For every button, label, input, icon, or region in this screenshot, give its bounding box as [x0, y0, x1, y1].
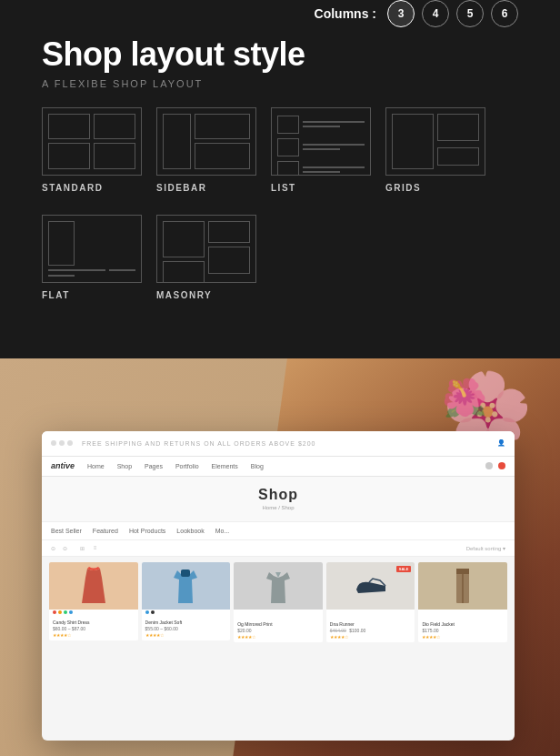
product-image — [142, 562, 231, 610]
thumb-cell — [163, 114, 191, 169]
list-line — [303, 166, 365, 168]
thumb-cell — [48, 269, 105, 271]
list-line — [303, 121, 365, 123]
browser-dots — [51, 440, 73, 446]
column-5-button[interactable]: 5 — [456, 0, 484, 27]
list-lines — [303, 166, 365, 173]
mockup-browser-bar: FREE SHIPPING AND RETURNS ON ALL ORDERS … — [42, 431, 515, 457]
thumb-cell — [437, 114, 479, 141]
product-info: Denim Jacket Soft $55.00 – $60.00 ★★★★☆ — [142, 617, 231, 641]
list-line — [303, 171, 340, 173]
filter-grid-icon[interactable]: ⊞ — [80, 545, 85, 551]
product-color-dots — [49, 610, 138, 617]
mockup-user-icon: 👤 — [497, 439, 505, 447]
layout-grids[interactable]: GRIDS — [385, 107, 485, 193]
product-image — [234, 562, 323, 610]
search-icon[interactable] — [485, 462, 493, 469]
page-title: Shop layout style — [42, 36, 305, 73]
sort-dropdown[interactable]: Default sorting ▾ — [466, 545, 505, 551]
color-swatch[interactable] — [69, 610, 73, 614]
thumb-cell — [48, 143, 90, 169]
store-notice-bar: FREE SHIPPING AND RETURNS ON ALL ORDERS … — [82, 440, 315, 447]
layout-masonry[interactable]: MASONRY — [156, 215, 256, 300]
layout-sidebar[interactable]: SIDEBAR — [156, 107, 256, 193]
tab-lookbook[interactable]: Lookbook — [176, 528, 204, 534]
bottom-section: 🌸 🌺 FREE SHIPPING AND RETURNS ON ALL ORD… — [0, 358, 560, 756]
list-img — [277, 116, 299, 134]
layout-list[interactable]: LIST — [271, 107, 371, 193]
product-name: Dna Runner — [330, 621, 412, 628]
product-info: Og Mirrored Print $20.00 ★★★★☆ — [234, 619, 323, 643]
product-image-wrapper: SALE — [326, 562, 415, 610]
thumb-cell — [437, 147, 479, 166]
tab-more[interactable]: Mo... — [215, 528, 230, 534]
standard-label: STANDARD — [42, 183, 142, 193]
product-price: $60.00 – $87.00 — [53, 626, 135, 631]
nav-item-pages[interactable]: Pages — [145, 463, 163, 469]
color-swatch[interactable] — [145, 610, 149, 614]
product-name: Dio Field Jacket — [422, 621, 504, 628]
browser-dot-yellow — [59, 440, 65, 446]
product-rating: ★★★★☆ — [237, 634, 319, 640]
columns-selector: Columns : 3 4 5 6 — [315, 0, 518, 27]
product-item-4[interactable]: Dio Field Jacket $175.00 ★★★★☆ — [418, 562, 507, 643]
product-price: $464.00 $100.00 — [330, 628, 412, 633]
flat-thumb — [42, 215, 142, 283]
columns-label: Columns : — [315, 6, 376, 21]
column-4-button[interactable]: 4 — [422, 0, 449, 27]
filter-icon-1[interactable]: ⊙ — [51, 545, 55, 551]
product-price: $175.00 — [422, 628, 504, 633]
color-swatch[interactable] — [53, 610, 56, 614]
masonry-label: MASONRY — [156, 290, 256, 300]
product-rating: ★★★★☆ — [53, 632, 135, 638]
sidebar-label: SIDEBAR — [156, 183, 256, 193]
tab-featured[interactable]: Featured — [93, 528, 118, 534]
flower-decoration: 🌺 — [442, 377, 487, 419]
product-item-3[interactable]: SALE Dna Runner $464.00 $100.00 ★★★★☆ — [326, 562, 415, 643]
product-price: $55.00 – $60.00 — [145, 626, 227, 631]
tab-best-seller[interactable]: Best Seller — [51, 528, 82, 534]
product-name: Candy Shirt Dress — [53, 620, 135, 626]
mockup-navbar: antive Home Shop Pages Portfolio Element… — [42, 457, 515, 477]
nav-item-elements[interactable]: Elements — [212, 463, 238, 469]
list-label: LIST — [271, 183, 371, 193]
masonry-cell — [163, 261, 205, 283]
thumb-cell — [195, 143, 250, 169]
layout-flat[interactable]: FLAT — [42, 215, 142, 300]
product-item-0[interactable]: Candy Shirt Dress $60.00 – $87.00 ★★★★☆ — [49, 562, 138, 643]
layout-options: STANDARD SIDEBAR — [42, 107, 518, 322]
cart-icon[interactable] — [498, 462, 505, 469]
nav-item-home[interactable]: Home — [87, 463, 105, 469]
product-info: Dio Field Jacket $175.00 ★★★★☆ — [418, 619, 507, 643]
product-color-dots — [142, 610, 231, 617]
list-line — [303, 148, 340, 150]
thumb-cell — [109, 269, 135, 271]
tab-hot-products[interactable]: Hot Products — [129, 528, 165, 534]
color-swatch[interactable] — [58, 610, 62, 614]
product-item-2[interactable]: Og Mirrored Print $20.00 ★★★★☆ — [234, 562, 323, 643]
product-item-1[interactable]: Denim Jacket Soft $55.00 – $60.00 ★★★★☆ — [142, 562, 231, 643]
product-info: Candy Shirt Dress $60.00 – $87.00 ★★★★☆ — [49, 617, 138, 641]
list-line — [303, 126, 340, 127]
list-lines — [303, 121, 365, 127]
old-price: $464.00 — [330, 628, 346, 633]
nav-item-blog[interactable]: Blog — [251, 463, 264, 469]
column-3-button[interactable]: 3 — [387, 0, 415, 27]
product-price: $20.00 — [237, 628, 319, 633]
nav-item-portfolio[interactable]: Portfolio — [175, 463, 199, 469]
shop-mockup: FREE SHIPPING AND RETURNS ON ALL ORDERS … — [42, 431, 515, 741]
filter-list-icon[interactable]: ≡ — [94, 545, 97, 550]
mockup-products-grid: Candy Shirt Dress $60.00 – $87.00 ★★★★☆ — [42, 557, 515, 649]
column-6-button[interactable]: 6 — [491, 0, 518, 27]
grids-label: GRIDS — [385, 183, 485, 193]
product-rating: ★★★★☆ — [330, 634, 412, 640]
layout-standard[interactable]: STANDARD — [42, 107, 142, 193]
top-section: Shop layout style A FLEXIBE SHOP LAYOUT … — [0, 0, 560, 358]
color-swatch[interactable] — [64, 610, 67, 614]
nav-item-shop[interactable]: Shop — [117, 463, 132, 469]
masonry-col — [208, 221, 250, 283]
product-rating: ★★★★☆ — [145, 632, 227, 638]
color-swatch[interactable] — [151, 610, 155, 614]
browser-dot-green — [67, 440, 73, 446]
filter-icon-2[interactable]: ⊙ — [63, 545, 67, 551]
